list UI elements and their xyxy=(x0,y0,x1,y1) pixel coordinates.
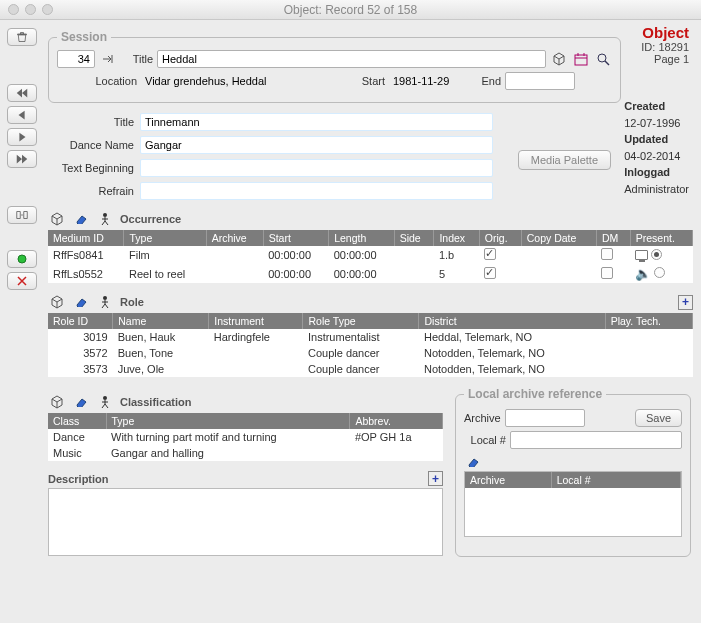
role-cube-icon[interactable] xyxy=(48,293,66,311)
svg-point-2 xyxy=(598,54,606,62)
window-title: Object: Record 52 of 158 xyxy=(0,3,701,17)
classification-table: ClassTypeAbbrev.DanceWith turning part m… xyxy=(48,413,443,461)
svg-point-0 xyxy=(18,255,26,263)
session-title-label: Title xyxy=(121,53,153,65)
object-id-value: 18291 xyxy=(658,41,689,53)
session-end-input[interactable] xyxy=(505,72,575,90)
orig-checkbox[interactable] xyxy=(484,267,496,279)
localref-local-input[interactable] xyxy=(510,431,682,449)
role-legend: Role xyxy=(120,296,144,308)
created-label: Created xyxy=(624,98,689,115)
trash-button[interactable] xyxy=(7,28,37,46)
created-value: 12-07-1996 xyxy=(624,117,680,129)
main-panel: Object ID: 18291 Page 1 Created 12-07-19… xyxy=(44,20,701,623)
role-add-button[interactable]: + xyxy=(678,295,693,310)
description-section: Description + xyxy=(48,471,443,556)
occ-cube-icon[interactable] xyxy=(48,210,66,228)
classification-legend: Classification xyxy=(120,396,192,408)
session-location-value xyxy=(141,72,341,90)
updated-value: 04-02-2014 xyxy=(624,150,680,162)
nav-prev-button[interactable] xyxy=(7,106,37,124)
object-form: Title Dance Name Text Beginning Refrain xyxy=(48,113,493,200)
session-number-input[interactable] xyxy=(57,50,95,68)
occurrence-legend: Occurrence xyxy=(120,213,181,225)
nav-next-button[interactable] xyxy=(7,128,37,146)
object-page-value: 1 xyxy=(683,53,689,65)
role-section: Role + Role IDNameInstrumentRole TypeDis… xyxy=(48,293,693,377)
title-label: Title xyxy=(48,116,140,128)
session-location-label: Location xyxy=(57,75,137,87)
table-row[interactable]: RffFs0841Film00:00:0000:00:001.b xyxy=(48,246,693,264)
session-title-input[interactable] xyxy=(157,50,546,68)
table-row[interactable]: RffLs0552Reel to reel00:00:0000:00:005🔈 xyxy=(48,264,693,283)
occurrence-section: Occurrence Medium IDTypeArchiveStartLeng… xyxy=(48,210,693,283)
inloggad-label: Inloggad xyxy=(624,164,689,181)
table-row[interactable]: MusicGangar and halling xyxy=(48,445,443,461)
localref-eraser-icon[interactable] xyxy=(464,453,482,471)
role-dance-icon[interactable] xyxy=(96,293,114,311)
title-input[interactable] xyxy=(140,113,493,131)
text-beginning-label: Text Beginning xyxy=(48,162,140,174)
text-beginning-input[interactable] xyxy=(140,159,493,177)
description-add-button[interactable]: + xyxy=(428,471,443,486)
dm-checkbox[interactable] xyxy=(601,248,613,260)
class-cube-icon[interactable] xyxy=(48,393,66,411)
svg-point-4 xyxy=(103,296,107,300)
media-palette-button[interactable]: Media Palette xyxy=(518,150,611,170)
dm-checkbox[interactable] xyxy=(601,267,613,279)
nav-last-button[interactable] xyxy=(7,150,37,168)
dance-name-input[interactable] xyxy=(140,136,493,154)
expand-button[interactable] xyxy=(7,206,37,224)
svg-rect-1 xyxy=(575,55,587,65)
object-header: Object ID: 18291 Page 1 xyxy=(641,24,689,65)
present-radio[interactable] xyxy=(651,249,662,260)
calendar-icon[interactable] xyxy=(572,50,590,68)
session-start-value xyxy=(389,72,471,90)
cube-icon[interactable] xyxy=(550,50,568,68)
green-circle-button[interactable] xyxy=(7,250,37,268)
updated-label: Updated xyxy=(624,131,689,148)
svg-point-3 xyxy=(103,213,107,217)
table-row[interactable]: DanceWith turning part motif and turning… xyxy=(48,429,443,445)
refrain-input[interactable] xyxy=(140,182,493,200)
occ-eraser-icon[interactable] xyxy=(72,210,90,228)
magnifier-icon[interactable] xyxy=(594,50,612,68)
inloggad-value: Administrator xyxy=(624,183,689,195)
role-table: Role IDNameInstrumentRole TypeDistrictPl… xyxy=(48,313,693,377)
class-dance-icon[interactable] xyxy=(96,393,114,411)
delete-row-button[interactable] xyxy=(7,272,37,290)
table-row[interactable]: 3572Buen, ToneCouple dancerNotodden, Tel… xyxy=(48,345,693,361)
occurrence-table: Medium IDTypeArchiveStartLengthSideIndex… xyxy=(48,230,693,283)
monitor-icon xyxy=(635,250,648,260)
session-end-label: End xyxy=(475,75,501,87)
dance-name-label: Dance Name xyxy=(48,139,140,151)
meta-panel: Created 12-07-1996 Updated 04-02-2014 In… xyxy=(624,98,689,197)
goto-icon[interactable] xyxy=(99,50,117,68)
table-row[interactable]: 3019Buen, HaukHardingfeleInstrumentalist… xyxy=(48,329,693,345)
left-toolbar xyxy=(0,20,44,623)
table-row[interactable]: 3573Juve, OleCouple dancerNotodden, Tele… xyxy=(48,361,693,377)
classification-section: Classification ClassTypeAbbrev.DanceWith… xyxy=(48,393,443,461)
localref-archive-input[interactable] xyxy=(505,409,585,427)
session-legend: Session xyxy=(57,30,111,44)
nav-first-button[interactable] xyxy=(7,84,37,102)
present-radio[interactable] xyxy=(654,267,665,278)
object-title: Object xyxy=(641,24,689,41)
role-eraser-icon[interactable] xyxy=(72,293,90,311)
window-titlebar: Object: Record 52 of 158 xyxy=(0,0,701,20)
local-archive-fieldset: Local archive reference Archive Save Loc… xyxy=(455,387,691,557)
session-fieldset: Session Title Location xyxy=(48,30,621,103)
session-start-label: Start xyxy=(345,75,385,87)
localref-save-button[interactable]: Save xyxy=(635,409,682,427)
description-textarea[interactable] xyxy=(48,488,443,556)
class-eraser-icon[interactable] xyxy=(72,393,90,411)
localref-legend: Local archive reference xyxy=(464,387,606,401)
refrain-label: Refrain xyxy=(48,185,140,197)
occ-dance-icon[interactable] xyxy=(96,210,114,228)
object-page-label: Page xyxy=(654,53,680,65)
localref-table: ArchiveLocal # xyxy=(464,471,682,537)
svg-point-5 xyxy=(103,396,107,400)
localref-archive-label: Archive xyxy=(464,412,501,424)
orig-checkbox[interactable] xyxy=(484,248,496,260)
localref-local-label: Local # xyxy=(464,434,506,446)
